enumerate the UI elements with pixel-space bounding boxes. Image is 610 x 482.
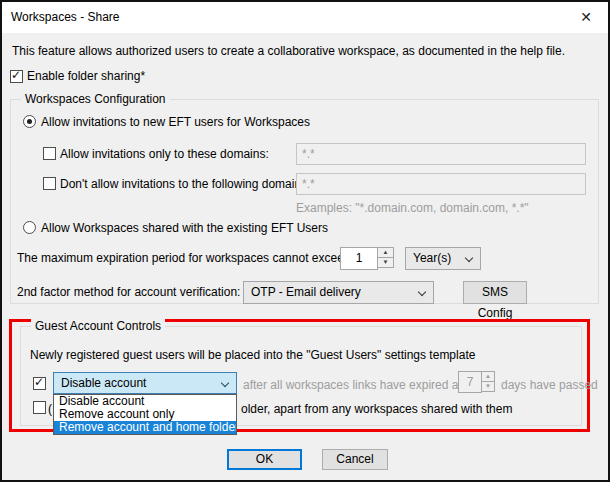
guest-action-selected-value: Disable account	[61, 376, 146, 390]
close-icon[interactable]: ✕	[566, 2, 606, 32]
dropdown-option-disable-account[interactable]: Disable account	[54, 395, 236, 408]
guest-action-dropdown-list: Disable account Remove account only Remo…	[53, 394, 237, 435]
deny-domains-checkbox[interactable]	[43, 177, 56, 190]
chevron-down-icon	[221, 379, 229, 387]
sms-config-button[interactable]: SMS Config	[463, 281, 527, 304]
enable-folder-sharing-label: Enable folder sharing*	[27, 69, 145, 83]
deny-domains-input[interactable]	[296, 173, 586, 195]
spinner-down-icon[interactable]: ▼	[377, 257, 394, 268]
radio-new-eft-users[interactable]	[23, 115, 36, 128]
feature-description: This feature allows authorized users to …	[12, 44, 565, 58]
guest-home-folder-checkbox[interactable]	[33, 401, 46, 414]
allow-domains-input[interactable]	[296, 143, 586, 165]
domains-examples-hint: Examples: "*.domain.com, domain.com, *.*…	[296, 201, 529, 215]
deny-domains-label: Don't allow invitations to the following…	[60, 177, 310, 191]
expiration-label: The maximum expiration period for worksp…	[17, 251, 354, 265]
expiration-unit-value: Year(s)	[413, 251, 451, 265]
radio-existing-eft-users-label: Allow Workspaces shared with the existin…	[41, 221, 328, 235]
hidden-label-fragment-right: older, apart from any workspaces shared …	[241, 402, 512, 416]
enable-folder-sharing-checkbox[interactable]: ✓	[10, 70, 23, 83]
radio-existing-eft-users[interactable]	[23, 221, 36, 234]
guest-action-checkbox[interactable]: ✓	[33, 377, 46, 390]
second-factor-dropdown[interactable]: OTP - Email delivery	[243, 281, 434, 304]
days-passed-text: days have passed	[501, 378, 598, 392]
allow-domains-label: Allow invitations only to these domains:	[60, 147, 269, 161]
cancel-button[interactable]: Cancel	[322, 449, 388, 470]
guest-template-note: Newly registered guest users will be pla…	[30, 348, 475, 362]
allow-domains-checkbox[interactable]	[43, 147, 56, 160]
spinner-down-icon[interactable]: ▼	[481, 381, 495, 392]
second-factor-label: 2nd factor method for account verificati…	[17, 285, 240, 299]
dropdown-option-remove-account-and-home-folder[interactable]: Remove account and home folder	[54, 421, 236, 434]
radio-new-eft-users-label: Allow invitations to new EFT users for W…	[41, 115, 310, 129]
dialog-window: Workspaces - Share ✕ This feature allows…	[0, 0, 610, 482]
days-spinner-buttons: ▲ ▼	[481, 371, 495, 392]
workspaces-configuration-group: Workspaces Configuration Allow invitatio…	[10, 99, 599, 304]
title-bar: Workspaces - Share ✕	[2, 2, 608, 33]
dropdown-option-remove-account-only[interactable]: Remove account only	[54, 408, 236, 421]
guest-action-dropdown[interactable]: Disable account	[53, 372, 237, 394]
guest-account-controls-title: Guest Account Controls	[31, 319, 165, 333]
workspaces-configuration-title: Workspaces Configuration	[21, 92, 170, 106]
second-factor-value: OTP - Email delivery	[251, 285, 361, 299]
dialog-title: Workspaces - Share	[11, 10, 120, 24]
chevron-down-icon	[418, 288, 426, 296]
ok-button[interactable]: OK	[227, 449, 302, 470]
expiration-spinner-buttons: ▲ ▼	[377, 247, 394, 268]
expiration-value-spinner[interactable]: 1	[340, 247, 378, 270]
hidden-label-fragment-left: (	[48, 402, 52, 416]
check-icon: ✓	[11, 68, 21, 82]
check-icon: ✓	[34, 375, 44, 389]
chevron-down-icon	[465, 254, 473, 262]
days-value-spinner[interactable]: 7	[458, 371, 482, 393]
expired-condition-text: after all workspaces links have expired …	[243, 378, 472, 392]
expiration-unit-dropdown[interactable]: Year(s)	[405, 247, 481, 270]
